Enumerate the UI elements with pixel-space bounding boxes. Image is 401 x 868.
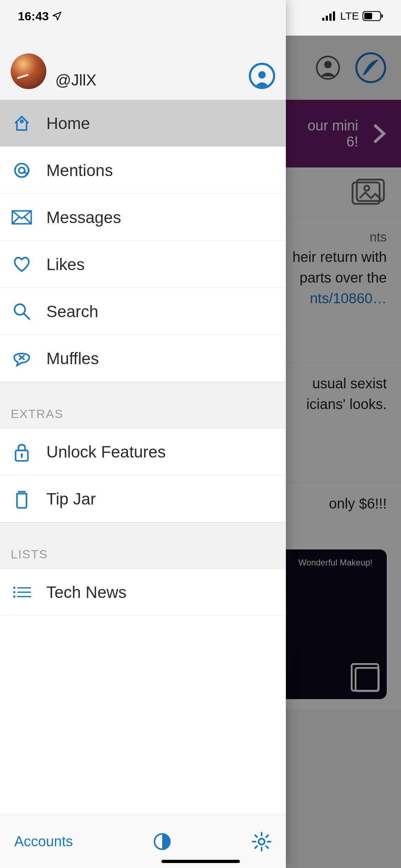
menu-label: Home [46, 114, 90, 133]
menu-label: Tip Jar [46, 489, 96, 508]
muffle-icon [11, 350, 33, 367]
avatar[interactable] [11, 53, 46, 89]
menu-label: Search [46, 302, 98, 321]
menu-label: Likes [46, 255, 84, 274]
svg-point-21 [13, 587, 15, 589]
cell-signal-icon [322, 11, 336, 21]
menu-item-list[interactable]: Tech News [0, 569, 286, 616]
menu-item-unlock-features[interactable]: Unlock Features [0, 428, 286, 475]
menu-item-mentions[interactable]: Mentions [0, 147, 286, 194]
user-handle[interactable]: @JllX [55, 71, 240, 89]
section-header-extras: Extras [0, 382, 286, 428]
svg-point-15 [15, 164, 29, 177]
battery-icon [363, 11, 383, 21]
menu-label: Mentions [46, 161, 113, 180]
svg-rect-5 [364, 13, 372, 19]
network-label: LTE [340, 10, 359, 22]
accounts-button[interactable]: Accounts [14, 833, 73, 849]
menu-item-home[interactable]: Home [0, 100, 286, 147]
svg-rect-2 [329, 14, 331, 21]
lock-icon [11, 442, 33, 462]
status-time: 16:43 [18, 9, 49, 23]
at-icon [11, 161, 33, 180]
envelope-icon [11, 210, 33, 225]
menu-item-muffles[interactable]: Muffles [0, 335, 286, 382]
svg-point-16 [19, 167, 25, 173]
status-bar: 16:43 LTE [0, 0, 401, 32]
section-header-lists: Lists [0, 522, 286, 569]
svg-point-22 [13, 591, 15, 593]
svg-point-13 [258, 71, 266, 79]
svg-rect-3 [333, 11, 335, 21]
jar-icon [11, 489, 33, 509]
search-icon [11, 302, 33, 321]
svg-point-20 [21, 453, 23, 456]
svg-rect-0 [322, 18, 324, 21]
menu-label: Tech News [46, 583, 127, 602]
heart-icon [11, 255, 33, 273]
theme-toggle-icon[interactable] [153, 832, 172, 851]
svg-point-14 [21, 120, 23, 123]
home-indicator[interactable] [161, 860, 240, 863]
location-icon [52, 11, 62, 21]
side-drawer: @JllX Home Mentions Messages [0, 0, 286, 868]
settings-icon[interactable] [252, 832, 272, 852]
menu-label: Messages [46, 208, 121, 227]
svg-point-23 [13, 595, 15, 598]
drawer-menu: Home Mentions Messages Likes [0, 100, 286, 815]
switch-account-icon[interactable] [249, 63, 275, 89]
menu-item-likes[interactable]: Likes [0, 241, 286, 288]
svg-rect-1 [326, 16, 328, 21]
menu-item-messages[interactable]: Messages [0, 194, 286, 241]
svg-point-25 [259, 838, 265, 844]
menu-label: Unlock Features [46, 442, 166, 461]
menu-label: Muffles [46, 349, 99, 368]
menu-item-search[interactable]: Search [0, 288, 286, 335]
menu-item-tip-jar[interactable]: Tip Jar [0, 475, 286, 522]
svg-rect-6 [381, 14, 383, 18]
home-icon [11, 114, 33, 133]
list-icon [11, 585, 33, 600]
drawer-footer: Accounts [0, 815, 286, 868]
